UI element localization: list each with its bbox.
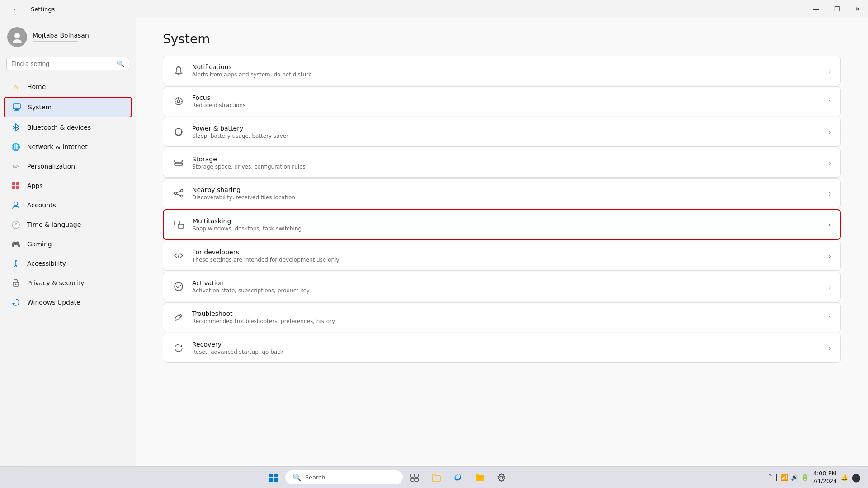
svg-point-33	[181, 161, 182, 162]
setting-item-power[interactable]: Power & battery Sleep, battery usage, ba…	[163, 117, 841, 147]
sidebar-item-accounts[interactable]: Accounts	[4, 196, 132, 215]
taskbar-center: 🔍 Search	[264, 469, 511, 487]
sidebar-item-label: Windows Update	[27, 299, 80, 306]
svg-rect-41	[178, 224, 184, 228]
sidebar-item-label: Accessibility	[27, 260, 66, 267]
svg-point-19	[15, 284, 17, 285]
setting-desc: Sleep, battery usage, battery saver	[192, 133, 821, 139]
taskbar-search[interactable]: 🔍 Search	[285, 470, 403, 484]
chevron-icon: ›	[829, 313, 831, 322]
wifi-icon[interactable]: 📶	[780, 474, 788, 481]
svg-point-24	[177, 100, 180, 103]
sidebar-item-home[interactable]: ⌂ Home	[4, 77, 132, 96]
time-icon: 🕐	[11, 220, 21, 230]
sidebar-item-system[interactable]: System	[4, 97, 132, 117]
page-title: System	[163, 32, 841, 47]
file-manager-button[interactable]	[470, 469, 490, 487]
close-button[interactable]: ✕	[847, 2, 868, 16]
chevron-icon: ›	[829, 66, 831, 75]
user-profile[interactable]: Mojtaba Bolhasani	[0, 18, 136, 54]
sidebar-item-gaming[interactable]: 🎮 Gaming	[4, 235, 132, 253]
power-icon	[172, 126, 185, 138]
developers-icon	[172, 249, 185, 262]
setting-title: Power & battery	[192, 125, 821, 132]
sidebar-item-privacy[interactable]: Privacy & security	[4, 273, 132, 292]
sidebar-item-personalization[interactable]: ✏ Personalization	[4, 157, 132, 176]
chevron-icon: ›	[829, 189, 831, 198]
setting-text-nearby: Nearby sharing Discoverability, received…	[192, 186, 821, 201]
svg-line-16	[14, 265, 16, 267]
settings-list: Notifications Alerts from apps and syste…	[163, 56, 841, 363]
search-container: 🔍	[0, 54, 136, 77]
svg-point-29	[175, 128, 182, 136]
sidebar-item-label: Network & internet	[27, 143, 88, 150]
settings-pinned-button[interactable]	[491, 469, 511, 487]
color-circle-icon[interactable]: ⬤	[852, 473, 861, 482]
setting-item-activation[interactable]: Activation Activation state, subscriptio…	[163, 272, 841, 301]
update-icon	[11, 297, 21, 307]
svg-point-54	[500, 476, 503, 479]
sidebar-item-bluetooth[interactable]: Bluetooth & devices	[4, 118, 132, 137]
accounts-icon	[11, 200, 21, 210]
setting-desc: Reset, advanced startup, go back	[192, 349, 821, 355]
search-input[interactable]	[11, 60, 113, 67]
edge-button[interactable]	[448, 469, 468, 487]
setting-item-developers[interactable]: For developers These settings are intend…	[163, 241, 841, 271]
clock[interactable]: 4:00 PM 7/1/2024	[812, 469, 837, 485]
svg-point-23	[175, 98, 182, 105]
setting-item-recovery[interactable]: Recovery Reset, advanced startup, go bac…	[163, 333, 841, 363]
back-button[interactable]: ←	[5, 2, 26, 16]
svg-rect-49	[274, 478, 278, 482]
svg-point-0	[14, 33, 20, 38]
svg-point-1	[13, 39, 22, 43]
minimize-button[interactable]: —	[806, 2, 826, 16]
svg-rect-47	[274, 474, 278, 477]
search-box[interactable]: 🔍	[6, 57, 129, 70]
chevron-icon: ›	[829, 252, 831, 260]
sidebar-item-update[interactable]: Windows Update	[4, 293, 132, 312]
file-explorer-button[interactable]	[426, 469, 446, 487]
personalization-icon: ✏	[11, 161, 21, 171]
setting-item-storage[interactable]: Storage Storage space, drives, configura…	[163, 148, 841, 178]
task-view-button[interactable]	[405, 469, 425, 487]
setting-item-focus[interactable]: Focus Reduce distractions ›	[163, 86, 841, 116]
troubleshoot-icon	[172, 311, 185, 324]
apps-icon	[11, 181, 21, 191]
chevron-icon: ›	[829, 159, 831, 167]
svg-point-36	[181, 190, 183, 192]
taskbar-search-text: Search	[305, 474, 326, 481]
volume-icon[interactable]: 🔊	[791, 474, 798, 481]
chevron-icon: ›	[829, 344, 831, 352]
svg-line-38	[176, 191, 181, 193]
chevron-up-icon[interactable]: ^	[767, 474, 773, 481]
setting-item-troubleshoot[interactable]: Troubleshoot Recommended troubleshooters…	[163, 302, 841, 332]
notification-icon[interactable]: 🔔	[840, 474, 848, 481]
system-tray: ^ | 📶 🔊 🔋	[767, 474, 808, 481]
setting-item-nearby[interactable]: Nearby sharing Discoverability, received…	[163, 178, 841, 208]
gaming-icon: 🎮	[11, 239, 21, 249]
svg-marker-45	[180, 344, 182, 348]
setting-item-multitasking[interactable]: Multitasking Snap windows, desktops, tas…	[163, 209, 841, 240]
activation-icon	[172, 280, 185, 293]
setting-text-storage: Storage Storage space, drives, configura…	[192, 155, 821, 170]
setting-text-power: Power & battery Sleep, battery usage, ba…	[192, 125, 821, 139]
setting-desc: Storage space, drives, configuration rul…	[192, 164, 821, 170]
sidebar-nav: ⌂ Home System	[0, 77, 136, 312]
user-info: Mojtaba Bolhasani	[33, 32, 91, 42]
svg-line-17	[16, 265, 17, 267]
nearby-icon	[172, 187, 185, 200]
maximize-button[interactable]: ❐	[826, 2, 847, 16]
sidebar-item-label: Time & language	[27, 221, 81, 228]
setting-item-notifications[interactable]: Notifications Alerts from apps and syste…	[163, 56, 841, 85]
app-container: Mojtaba Bolhasani 🔍 ⌂ Home	[0, 18, 868, 466]
indicator-icon[interactable]: |	[775, 474, 778, 481]
sidebar-item-apps[interactable]: Apps	[4, 176, 132, 195]
svg-line-44	[179, 315, 181, 317]
content-area: System Notifications Alerts from apps an…	[136, 18, 868, 466]
sidebar-item-time[interactable]: 🕐 Time & language	[4, 215, 132, 234]
setting-title: Multitasking	[193, 217, 821, 225]
battery-icon[interactable]: 🔋	[801, 474, 809, 481]
start-button[interactable]	[264, 469, 283, 487]
sidebar-item-network[interactable]: 🌐 Network & internet	[4, 137, 132, 156]
sidebar-item-accessibility[interactable]: Accessibility	[4, 254, 132, 273]
